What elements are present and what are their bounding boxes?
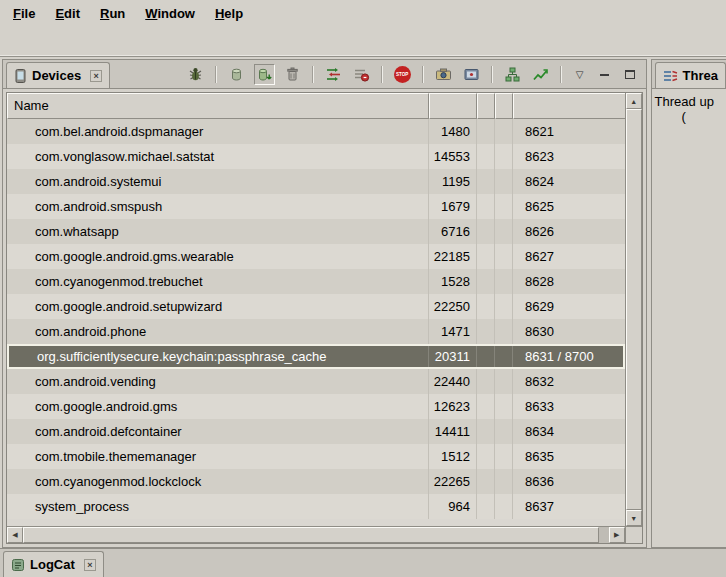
process-pid: 14411 xyxy=(429,419,477,444)
process-name: com.google.android.gms xyxy=(7,394,429,419)
process-name: com.cyanogenmod.lockclock xyxy=(7,469,429,494)
bug-icon xyxy=(187,66,204,83)
process-pid: 12623 xyxy=(429,394,477,419)
cell-empty xyxy=(495,244,513,269)
process-row[interactable]: com.android.phone14718630 xyxy=(7,319,625,344)
process-row[interactable]: com.tmobile.thememanager15128635 xyxy=(7,444,625,469)
process-name: com.cyanogenmod.trebuchet xyxy=(7,269,429,294)
process-pid: 22265 xyxy=(429,469,477,494)
column-header-name[interactable]: Name xyxy=(7,93,429,119)
heap-cylinder-icon xyxy=(228,66,245,83)
toolbar-separator xyxy=(422,66,424,83)
maximize-icon xyxy=(625,70,635,79)
cause-gc-button[interactable] xyxy=(282,64,303,85)
column-header-pid[interactable] xyxy=(429,93,477,119)
process-pid: 22440 xyxy=(429,369,477,394)
column-header-empty[interactable] xyxy=(495,93,513,119)
scroll-up-arrow[interactable]: ▲ xyxy=(626,93,642,109)
tab-logcat[interactable]: LogCat × xyxy=(3,551,104,577)
process-name: system_process xyxy=(7,494,429,519)
vertical-scrollbar[interactable]: ▲ ▼ xyxy=(625,93,642,526)
update-heap-button[interactable] xyxy=(226,64,247,85)
process-row[interactable]: com.android.vending224408632 xyxy=(7,369,625,394)
dump-hprof-button[interactable] xyxy=(254,64,275,85)
horizontal-scroll-thumb[interactable] xyxy=(23,527,599,543)
process-row[interactable]: com.bel.android.dspmanager14808621 xyxy=(7,119,625,144)
systrace-chart-icon xyxy=(532,66,549,83)
ui-hierarchy-button[interactable] xyxy=(502,64,523,85)
menu-file[interactable]: File xyxy=(4,3,44,24)
debug-process-button[interactable] xyxy=(185,64,206,85)
process-pid: 1471 xyxy=(429,319,477,344)
workbench: Devices × xyxy=(0,57,726,548)
tab-threads[interactable]: Threa xyxy=(655,62,726,89)
scroll-right-arrow[interactable]: ▶ xyxy=(609,527,625,543)
process-row[interactable]: com.google.android.setupwizard222508629 xyxy=(7,294,625,319)
process-port: 8629 xyxy=(513,294,625,319)
cell-empty xyxy=(477,346,495,367)
menu-run[interactable]: Run xyxy=(91,3,134,24)
cell-empty xyxy=(495,169,513,194)
stop-process-button[interactable]: STOP xyxy=(392,64,413,85)
process-port: 8624 xyxy=(513,169,625,194)
scroll-trough[interactable] xyxy=(599,527,609,543)
cell-empty xyxy=(495,444,513,469)
method-profiling-button[interactable] xyxy=(351,64,372,85)
process-row[interactable]: com.cyanogenmod.trebuchet15288628 xyxy=(7,269,625,294)
view-menu-button[interactable]: ▽ xyxy=(571,67,589,83)
cell-empty xyxy=(477,269,495,294)
close-icon[interactable]: × xyxy=(84,559,96,571)
menu-window[interactable]: Window xyxy=(136,3,204,24)
screen-capture-button[interactable] xyxy=(433,64,454,85)
process-pid: 1480 xyxy=(429,119,477,144)
eclipse-ddms-window: FileEditRunWindowHelp Devices × xyxy=(0,0,726,577)
process-row-selected[interactable]: org.sufficientlysecure.keychain:passphra… xyxy=(7,344,625,369)
tab-devices-label: Devices xyxy=(32,68,81,83)
screen-record-button[interactable] xyxy=(461,64,482,85)
devices-view: Devices × xyxy=(2,59,647,548)
devices-view-toolbar: STOP xyxy=(185,64,646,88)
process-row[interactable]: system_process9648637 xyxy=(7,494,625,519)
horizontal-scrollbar[interactable]: ◀ ▶ xyxy=(7,527,625,543)
process-row[interactable]: com.google.android.gms.wearable221858627 xyxy=(7,244,625,269)
column-header-empty[interactable] xyxy=(477,93,495,119)
vertical-scroll-thumb[interactable] xyxy=(626,109,642,510)
process-name: com.vonglasow.michael.satstat xyxy=(7,144,429,169)
cell-empty xyxy=(477,169,495,194)
process-name: com.android.defcontainer xyxy=(7,419,429,444)
systrace-button[interactable] xyxy=(530,64,551,85)
cell-empty xyxy=(477,469,495,494)
main-toolbar xyxy=(0,26,726,57)
process-row[interactable]: com.whatsapp67168626 xyxy=(7,219,625,244)
cell-empty xyxy=(495,369,513,394)
process-row[interactable]: com.android.defcontainer144118634 xyxy=(7,419,625,444)
scroll-down-arrow[interactable]: ▼ xyxy=(626,510,642,526)
process-row[interactable]: com.cyanogenmod.lockclock222658636 xyxy=(7,469,625,494)
process-row[interactable]: com.android.systemui11958624 xyxy=(7,169,625,194)
threads-tabbar: Threa xyxy=(652,60,726,89)
process-name: org.sufficientlysecure.keychain:passphra… xyxy=(9,346,429,367)
process-row[interactable]: com.vonglasow.michael.satstat145538623 xyxy=(7,144,625,169)
screen-record-icon xyxy=(463,66,480,83)
process-row[interactable]: com.android.smspush16798625 xyxy=(7,194,625,219)
menu-help[interactable]: Help xyxy=(206,3,252,24)
devices-tabbar: Devices × xyxy=(3,60,646,89)
minimize-icon xyxy=(600,74,609,76)
method-profiling-icon xyxy=(353,66,370,83)
process-pid: 22250 xyxy=(429,294,477,319)
tab-logcat-label: LogCat xyxy=(30,557,75,572)
maximize-view-button[interactable] xyxy=(621,67,639,83)
trash-icon xyxy=(284,66,301,83)
close-icon[interactable]: × xyxy=(90,70,102,82)
cell-empty xyxy=(495,119,513,144)
tab-devices[interactable]: Devices × xyxy=(6,62,110,89)
cell-empty xyxy=(477,294,495,319)
column-header-port[interactable] xyxy=(513,93,625,119)
update-threads-button[interactable] xyxy=(323,64,344,85)
cell-empty xyxy=(477,319,495,344)
scroll-left-arrow[interactable]: ◀ xyxy=(7,527,23,543)
minimize-view-button[interactable] xyxy=(596,67,614,83)
menu-edit[interactable]: Edit xyxy=(46,3,89,24)
process-row[interactable]: com.google.android.gms126238633 xyxy=(7,394,625,419)
process-port: 8635 xyxy=(513,444,625,469)
